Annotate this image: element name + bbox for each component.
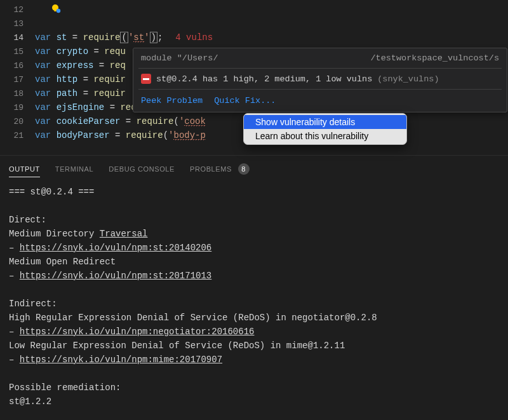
line-number: 12	[0, 5, 35, 15]
output-panel[interactable]: === st@0.2.4 === Direct: Medium Director…	[0, 179, 508, 417]
panel-tabs: OUTPUT TERMINAL DEBUG CONSOLE PROBLEMS 8	[0, 155, 508, 179]
output-header: === st@0.2.4 ===	[9, 185, 499, 199]
output-link[interactable]: https://snyk.io/vuln/npm:st:20140206	[20, 243, 211, 253]
output-remediation: st@1.2.2	[9, 395, 499, 409]
output-direct-label: Direct:	[9, 213, 499, 227]
diagnostic-source: (snyk_vulns)	[377, 74, 439, 84]
vuln-hint: 4 vulns	[163, 32, 213, 43]
svg-rect-1	[55, 10, 57, 11]
output-line: High Regular Expression Denial of Servic…	[9, 311, 499, 325]
output-indirect-label: Indirect:	[9, 297, 499, 311]
quick-fix-link[interactable]: Quick Fix...	[214, 96, 276, 105]
peek-problem-link[interactable]: Peek Problem	[141, 96, 203, 105]
quickfix-menu[interactable]: Show vulnerability details Learn about t…	[243, 113, 407, 145]
module-path-tail: /testworkspace_vulncost/s	[370, 53, 499, 63]
menu-item-learn[interactable]: Learn about this vulnerability	[244, 129, 406, 143]
line-number: 21	[0, 131, 35, 140]
svg-point-2	[57, 9, 60, 13]
tab-debug-console[interactable]: DEBUG CONSOLE	[109, 163, 175, 177]
code-line[interactable]: var express = req	[35, 60, 126, 71]
module-label: module	[141, 53, 172, 63]
tab-terminal[interactable]: TERMINAL	[55, 163, 93, 177]
lightbulb-icon[interactable]	[51, 3, 61, 13]
output-line: Low Regular Expression Denial of Service…	[9, 339, 499, 353]
output-link[interactable]: https://snyk.io/vuln/npm:st:20171013	[20, 271, 211, 281]
output-line: Medium Directory	[9, 229, 100, 239]
output-remediation-label: Possible remediation:	[9, 381, 499, 395]
output-line: Medium Open Redirect	[9, 255, 499, 269]
line-number: 16	[0, 61, 35, 71]
menu-item-show-details[interactable]: Show vulnerability details	[244, 115, 406, 129]
code-line[interactable]: var http = requir	[35, 74, 126, 85]
no-entry-icon	[141, 74, 151, 84]
diagnostic-text: st@0.2.4 has 1 high, 2 medium, 1 low vul…	[156, 74, 372, 84]
output-link[interactable]: https://snyk.io/vuln/npm:negotiator:2016…	[20, 327, 255, 337]
code-line[interactable]: var st = require('st');4 vulns	[35, 32, 213, 43]
code-line[interactable]: var crypto = requ	[35, 46, 126, 57]
code-line[interactable]: var cookieParser = require('cook	[35, 116, 206, 126]
line-number: 20	[0, 117, 35, 126]
tab-problems[interactable]: PROBLEMS 8	[190, 161, 250, 179]
code-line[interactable]: var path = requir	[35, 88, 126, 98]
line-number: 19	[0, 103, 35, 112]
module-path: "/Users/	[177, 53, 218, 63]
line-number: 18	[0, 89, 35, 98]
line-number: 17	[0, 75, 35, 85]
line-number: 14	[0, 33, 35, 43]
hover-tooltip: module "/Users/ /testworkspace_vulncost/…	[133, 48, 507, 112]
line-number: 13	[0, 19, 35, 29]
tab-output[interactable]: OUTPUT	[9, 163, 40, 177]
code-line[interactable]: var bodyParser = require('body-p	[35, 130, 206, 140]
line-number: 15	[0, 47, 35, 57]
output-line: Traversal	[100, 229, 148, 239]
problems-count-badge: 8	[238, 163, 250, 175]
output-link[interactable]: https://snyk.io/vuln/npm:mime:20170907	[20, 355, 222, 365]
